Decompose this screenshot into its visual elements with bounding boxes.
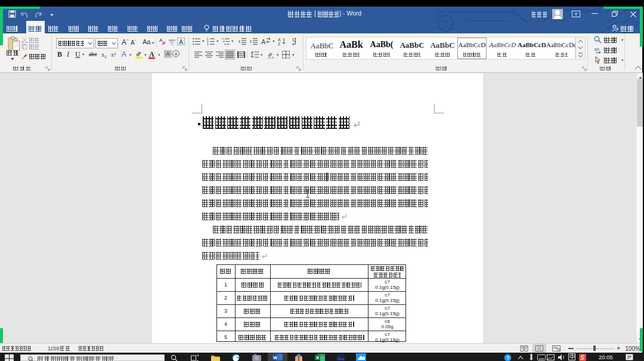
svg-text:A: A [278, 38, 281, 42]
svg-text:A: A [159, 38, 163, 43]
svg-text:3: 3 [207, 43, 209, 45]
svg-text:X: X [316, 355, 319, 360]
svg-text:?: ? [506, 355, 510, 361]
svg-text:A: A [261, 38, 266, 45]
svg-text:wen: wen [169, 38, 175, 42]
svg-text:W: W [273, 355, 278, 360]
svg-text:ab: ab [594, 47, 599, 52]
svg-text:Z: Z [278, 42, 281, 45]
